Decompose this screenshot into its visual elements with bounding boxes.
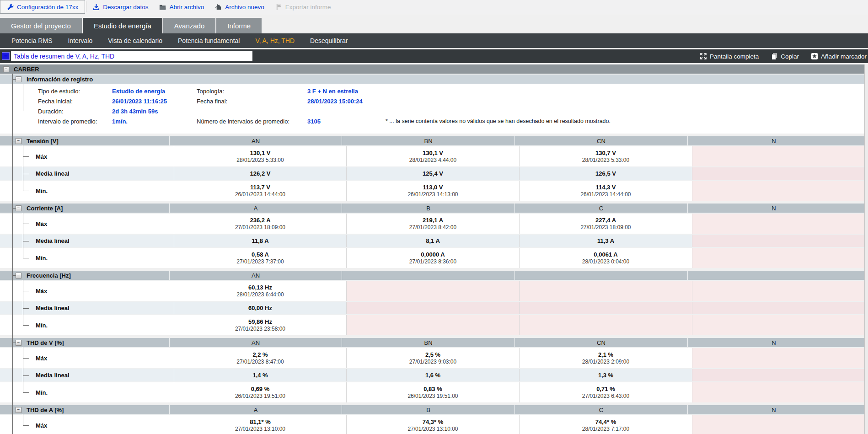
cell-value: 2,2 % <box>252 351 268 359</box>
column-header-an: AN <box>169 338 342 347</box>
value-cell: 1,4 % <box>174 369 346 381</box>
collapse-section-icon[interactable]: − <box>16 407 21 413</box>
tab-estudio-de-energ-a[interactable]: Estudio de energía <box>83 18 162 33</box>
info-label: Número de intervalos de promedio: <box>197 118 289 125</box>
tab-gestor-del-proyecto[interactable]: Gestor del proyecto <box>0 18 82 33</box>
table-row: Máx81,1* %27/01/2023 13:10:0074,3* %27/0… <box>0 415 864 434</box>
value-cell: 114,3 V26/01/2023 14:44:00 <box>519 181 692 201</box>
section-corriente-a-: −Corriente [A]ABCNMáx236,2 A27/01/2023 1… <box>0 204 864 268</box>
export-report-icon <box>275 4 282 11</box>
table-row: Máx130,1 V28/01/2023 5:33:00130,1 V28/01… <box>0 146 864 166</box>
row-label-cell: Media lineal <box>0 369 174 381</box>
tab-informe[interactable]: Informe <box>216 18 262 33</box>
collapse-section-icon[interactable]: − <box>16 205 21 211</box>
table-row: Mín.59,86 Hz27/01/2023 23:58:00 <box>0 315 864 335</box>
subtab-potencia-rms[interactable]: Potencia RMS <box>4 37 60 44</box>
section-thd-de-v-: −THD de V [%]ANBNCNNMáx2,2 %27/01/2023 8… <box>0 338 864 402</box>
value-cell: 74,4* %28/01/2023 7:17:00 <box>519 415 692 434</box>
subtab-desequilibrar[interactable]: Desequilibrar <box>302 37 355 44</box>
file-new-icon <box>215 4 222 11</box>
info-label: Duración: <box>38 108 64 115</box>
titlebar-action-label: Añadir marcador <box>821 53 867 60</box>
collapse-view-icon[interactable]: − <box>2 52 10 60</box>
cell-timestamp: 27/01/2023 8:42:00 <box>409 224 456 231</box>
empty-cell <box>692 302 864 314</box>
toolbar-separator <box>86 1 86 12</box>
table-row: Mín.0,58 A27/01/2023 7:37:000,0000 A27/0… <box>0 248 864 268</box>
collapse-section-icon[interactable]: − <box>16 273 21 279</box>
view-title-input[interactable] <box>11 51 252 61</box>
cell-value: 125,4 V <box>423 170 443 177</box>
toolbar-button-wrench[interactable]: Configuración de 17xx <box>0 0 85 14</box>
info-value: 3105 <box>307 118 321 125</box>
value-cell: 0,71 %27/01/2023 6:43:00 <box>519 382 692 402</box>
titlebar-action-copy[interactable]: Copiar <box>771 53 799 60</box>
cell-value: 74,4* % <box>595 418 616 426</box>
cell-timestamp: 28/01/2023 5:33:00 <box>236 157 284 164</box>
info-value: 1mín. <box>112 118 128 125</box>
section-title: Frecuencia [Hz] <box>27 272 169 279</box>
tree-tick-line <box>23 156 29 157</box>
table-row: Media lineal11,8 A8,1 A11,3 A <box>0 235 864 247</box>
tree-tick-line <box>23 325 29 326</box>
cell-value: 130,7 V <box>595 150 616 157</box>
collapse-device-icon[interactable]: − <box>3 66 9 72</box>
tree-branch-line <box>12 208 16 209</box>
value-cell: 11,8 A <box>174 235 346 247</box>
value-cell: 60,13 Hz28/01/2023 6:44:00 <box>174 281 346 301</box>
collapse-info-icon[interactable]: − <box>16 76 21 82</box>
toolbar-button-label: Archivo nuevo <box>225 4 264 11</box>
titlebar-action-fullscreen[interactable]: Pantalla completa <box>700 53 759 60</box>
tree-tick-line <box>23 224 29 224</box>
empty-cell <box>692 415 864 434</box>
scrollbar[interactable] <box>864 64 868 434</box>
row-label: Máx <box>36 153 47 160</box>
tree-tick-line <box>23 241 29 241</box>
wrench-icon <box>7 4 14 11</box>
info-value: 26/01/2023 11:16:25 <box>112 98 167 105</box>
subtab-intervalo[interactable]: Intervalo <box>60 37 100 44</box>
tree-inner-line <box>23 280 23 325</box>
value-cell: 81,1* %27/01/2023 13:10:00 <box>174 415 346 434</box>
tree-tick-line <box>23 258 29 258</box>
toolbar-button-label: Configuración de 17xx <box>17 4 78 11</box>
table-row: Media lineal1,4 %1,6 %1,3 % <box>0 369 864 381</box>
value-cell: 0,69 %26/01/2023 19:51:00 <box>174 382 346 402</box>
row-label-cell: Máx <box>0 281 174 301</box>
cell-value: 113,0 V <box>423 184 443 191</box>
cell-timestamp: 27/01/2023 18:09:00 <box>580 224 631 231</box>
value-cell: 130,1 V28/01/2023 5:33:00 <box>174 146 346 166</box>
empty-cell <box>519 315 692 335</box>
cell-value: 126,5 V <box>595 170 616 177</box>
collapse-section-icon[interactable]: − <box>16 138 21 144</box>
info-value: 28/01/2023 15:00:24 <box>307 98 363 105</box>
value-cell: 125,4 V <box>346 167 519 180</box>
cell-timestamp: 27/01/2023 18:09:00 <box>235 224 285 231</box>
column-header-b: B <box>342 204 514 213</box>
subtab-vista-de-calendario[interactable]: Vista de calendario <box>100 37 170 44</box>
subtab-potencia-fundamental[interactable]: Potencia fundamental <box>170 37 247 44</box>
collapse-section-icon[interactable]: − <box>16 340 21 346</box>
titlebar-action-star[interactable]: Añadir marcador <box>811 53 867 60</box>
tree-inner-line <box>23 414 23 425</box>
row-label: Media lineal <box>36 305 70 311</box>
row-label-cell: Mín. <box>0 181 174 201</box>
toolbar-button-folder-open[interactable]: Abrir archivo <box>154 0 209 14</box>
empty-cell <box>519 281 692 301</box>
cell-timestamp: 26/01/2023 14:44:00 <box>580 191 631 198</box>
cell-value: 8,1 A <box>426 237 440 245</box>
toolbar-button-file-new[interactable]: Archivo nuevo <box>209 0 270 14</box>
column-header-bn: BN <box>342 338 514 347</box>
section-header: −THD de V [%]ANBNCNN <box>0 338 864 347</box>
subtab-v-a-hz-thd[interactable]: V, A, Hz, THD <box>247 37 302 44</box>
tab-avanzado[interactable]: Avanzado <box>163 18 215 33</box>
value-cell: 236,2 A27/01/2023 18:09:00 <box>174 214 346 234</box>
cell-timestamp: 27/01/2023 7:37:00 <box>236 258 284 265</box>
tree-inner-line <box>23 145 23 191</box>
cell-timestamp: 26/01/2023 19:51:00 <box>407 393 458 400</box>
column-header-b: B <box>342 405 514 414</box>
tree-tick-line <box>23 191 29 191</box>
value-cell: 74,3* %27/01/2023 13:10:00 <box>346 415 519 434</box>
toolbar-button-download[interactable]: Descargar datos <box>87 0 154 14</box>
cell-value: 11,3 A <box>597 237 614 245</box>
